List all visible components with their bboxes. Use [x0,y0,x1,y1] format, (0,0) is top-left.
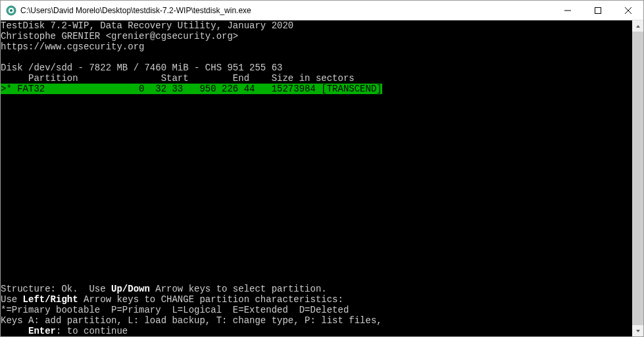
enter-hint: Enter [28,326,56,336]
partition-row-selected[interactable]: >* FAT32 0 32 33 950 226 44 15273984 [TR… [1,84,382,94]
header-line-1: TestDisk 7.2-WIP, Data Recovery Utility,… [1,20,293,31]
maximize-button[interactable] [583,1,613,20]
partition-table-header: Partition Start End Size in sectors [1,73,355,84]
updown-hint: Up/Down [111,284,150,294]
scroll-track[interactable] [632,32,643,325]
footer-legend: *=Primary bootable P=Primary L=Logical E… [1,305,349,315]
close-button[interactable] [613,1,643,20]
leftright-hint: Left/Right [23,294,78,305]
minimize-button[interactable] [553,1,583,20]
footer-structure: Structure: Ok. Use Up/Down Arrow keys to… [1,284,327,294]
app-icon [6,5,16,16]
footer-enter: Enter: to continue [1,326,128,336]
footer-keys: Keys A: add partition, L: load backup, T… [1,315,382,326]
terminal-container: TestDisk 7.2-WIP, Data Recovery Utility,… [1,20,643,336]
scroll-down-button[interactable] [632,325,643,336]
disk-info: Disk /dev/sdd - 7822 MB / 7460 MiB - CHS… [1,63,282,73]
scrollbar[interactable] [632,20,643,336]
svg-point-2 [10,9,12,12]
terminal-spacer [1,94,632,273]
window-controls [553,1,643,20]
svg-marker-7 [636,25,640,28]
scroll-thumb[interactable] [632,32,643,325]
svg-marker-8 [636,330,640,332]
scroll-up-button[interactable] [632,20,643,32]
header-line-2: Christophe GRENIER <grenier@cgsecurity.o… [1,31,238,41]
window-title: C:\Users\David Morelo\Desktop\testdisk-7… [20,6,553,15]
terminal[interactable]: TestDisk 7.2-WIP, Data Recovery Utility,… [1,20,632,336]
footer-leftright: Use Left/Right Arrow keys to CHANGE part… [1,294,343,305]
titlebar: C:\Users\David Morelo\Desktop\testdisk-7… [1,1,643,20]
svg-rect-4 [595,7,601,13]
header-line-3: https://www.cgsecurity.org [1,41,144,52]
